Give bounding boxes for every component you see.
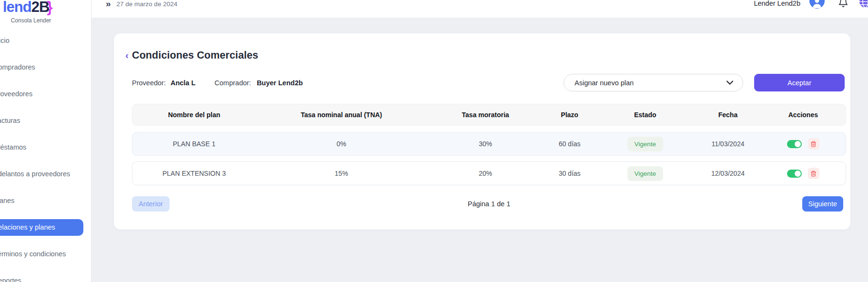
col-header-plazo: Plazo [544,111,595,119]
delete-plan-button[interactable] [808,168,819,179]
page-title: Condiciones Comerciales [132,50,258,61]
plan-tna: 15% [256,170,427,177]
app-logo: lend2B} [3,0,52,16]
provider-value: Ancla L [171,79,195,87]
plans-table: Nombre del plan Tasa nominal anual (TNA)… [132,104,846,212]
logo-hook-glyph: } [47,0,52,15]
sidebar-item-terminos[interactable]: Términos y condiciones [0,249,91,259]
plan-fecha: 11/03/2024 [695,140,761,148]
next-page-button[interactable]: Siguiente [802,196,843,212]
plan-active-toggle[interactable] [787,140,802,148]
language-globe-icon[interactable] [859,0,868,10]
plan-tasa-moratoria: 30% [427,140,544,148]
sidebar-item-relaciones-y-planes[interactable]: Relaciones y planes [0,219,83,236]
buyer-value: Buyer Lend2b [257,79,303,87]
logo-subtitle: Consola Lender [0,17,62,24]
sidebar-item-reportes[interactable]: Reportes [0,276,91,282]
buyer-label: Comprador: [214,79,251,87]
notifications-bell-icon[interactable] [838,0,848,10]
delete-plan-button[interactable] [808,138,819,150]
status-badge: Vigente [627,166,664,181]
col-header-fecha: Fecha [695,111,761,119]
status-badge: Vigente [627,137,664,151]
col-header-nombre: Nombre del plan [132,111,256,119]
page-indicator: Página 1 de 1 [468,200,511,208]
plan-plazo: 60 días [544,140,595,148]
user-avatar-icon[interactable] [809,0,825,9]
sidebar: lend2B} Consola Lender Inicio Compradore… [0,0,91,282]
plan-plazo: 30 días [544,170,595,177]
parties-summary: Proveedor: Ancla L Comprador: Buyer Lend… [132,79,303,87]
user-name: Lender Lend2b [754,0,800,7]
plan-name: PLAN EXTENSION 3 [132,170,256,177]
sidebar-item-planes[interactable]: Planes [0,196,91,205]
col-header-acciones: Acciones [761,111,846,119]
table-row: PLAN BASE 1 0% 30% 60 días Vigente 11/03… [132,132,846,156]
provider-label: Proveedor: [132,79,166,87]
condiciones-comerciales-card: ‹ Condiciones Comerciales Proveedor: Anc… [114,33,850,230]
sidebar-collapse-icon[interactable]: » [106,0,111,7]
chevron-down-icon [727,81,733,85]
assign-plan-select-value: Asignar nuevo plan [575,79,634,87]
sidebar-item-compradores[interactable]: Compradores [0,62,91,72]
sidebar-item-facturas[interactable]: Facturas [0,116,91,125]
previous-page-button[interactable]: Anterior [132,196,170,212]
sidebar-item-adelantos[interactable]: Adelantos a proveedores [0,169,91,179]
trash-icon [810,141,817,147]
plan-tasa-moratoria: 20% [427,170,544,177]
sidebar-item-inicio[interactable]: Inicio [0,36,91,45]
person-icon [811,0,823,9]
col-header-tna: Tasa nominal anual (TNA) [256,111,427,119]
col-header-tasa-moratoria: Tasa moratoria [427,111,544,119]
pagination: Anterior Página 1 de 1 Siguiente [132,196,846,212]
sidebar-item-proveedores[interactable]: Proveedores [0,89,91,99]
plan-fecha: 12/03/2024 [695,170,761,177]
accept-button[interactable]: Aceptar [754,74,845,91]
assign-plan-select[interactable]: Asignar nuevo plan [564,74,743,91]
plan-active-toggle[interactable] [787,170,802,178]
current-date: 27 de marzo de 2024 [117,0,178,8]
sidebar-item-prestamos[interactable]: Préstamos [0,142,91,152]
trash-icon [810,171,817,177]
main-content-area: ‹ Condiciones Comerciales Proveedor: Anc… [91,18,868,282]
back-chevron-icon[interactable]: ‹ [125,49,129,61]
app-window: lend2B} Consola Lender Inicio Compradore… [0,0,868,282]
col-header-estado: Estado [595,111,696,119]
table-row: PLAN EXTENSION 3 15% 20% 30 días Vigente… [132,161,846,185]
topbar: » 27 de marzo de 2024 Lender Lend2b [91,0,868,18]
plan-name: PLAN BASE 1 [132,140,256,148]
table-header-row: Nombre del plan Tasa nominal anual (TNA)… [132,104,846,126]
logo-text-lend: lend [3,0,31,15]
plan-tna: 0% [256,140,427,148]
